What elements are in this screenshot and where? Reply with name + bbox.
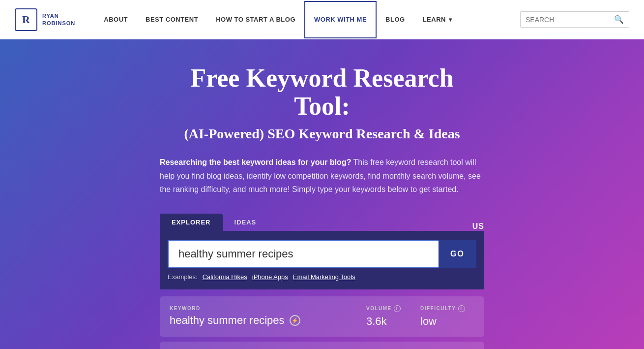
example-email-marketing-tools[interactable]: Email Marketing Tools (293, 273, 355, 281)
example-california-hikes[interactable]: California Hikes (203, 273, 247, 281)
keyword-label-0: KEYWORD (170, 306, 366, 311)
hero-subtitle: (AI-Powered) SEO Keyword Research & Idea… (160, 126, 484, 142)
keyword-input[interactable] (168, 240, 439, 268)
examples-label: Examples: (168, 273, 198, 281)
tabs: EXPLORER IDEAS (160, 214, 268, 231)
volume-info-icon-0[interactable]: i (394, 305, 401, 312)
hero-title: Free Keyword Research Tool: (160, 64, 484, 120)
result-keyword-0: healthy summer recipes ⚡ (170, 314, 366, 327)
keyword-search-container: GO Examples: California Hikes iPhone App… (160, 231, 484, 289)
header-search-input[interactable] (526, 16, 614, 24)
difficulty-info-icon-0[interactable]: i (458, 305, 465, 312)
keyword-search-row: GO (168, 240, 476, 268)
result-keyword-section-0: KEYWORD healthy summer recipes ⚡ (170, 306, 366, 327)
nav-item-how-to-start-blog[interactable]: HOW TO START A BLOG (207, 0, 304, 39)
nav-item-work-with-me[interactable]: WORK WITH ME (304, 1, 377, 38)
logo-icon: R (15, 8, 37, 31)
result-difficulty-0: DIFFICULTY i low (420, 305, 474, 328)
main-nav: ABOUT BEST CONTENT HOW TO START A BLOG W… (95, 0, 520, 39)
nav-item-learn[interactable]: LEARN (414, 0, 461, 39)
region-selector[interactable]: US (472, 222, 484, 231)
header-search-bar: 🔍 (520, 11, 629, 28)
header-search-button[interactable]: 🔍 (614, 15, 624, 24)
nav-item-blog[interactable]: BLOG (377, 0, 414, 39)
header: R RYAN ROBINSON ABOUT BEST CONTENT HOW T… (0, 0, 644, 39)
examples-row: Examples: California Hikes iPhone Apps E… (168, 273, 476, 281)
result-volume-0: VOLUME i 3.6k (366, 305, 420, 328)
result-card-1: KEYWORD summer recipes vegetarian ⚡ VOLU… (160, 342, 484, 349)
keyword-icon-0[interactable]: ⚡ (290, 315, 300, 326)
chevron-down-icon (448, 16, 452, 23)
tabs-row: EXPLORER IDEAS US (160, 214, 484, 231)
result-card-0: KEYWORD healthy summer recipes ⚡ VOLUME … (160, 296, 484, 337)
tab-explorer[interactable]: EXPLORER (160, 214, 223, 231)
volume-value-0: 3.6k (366, 315, 420, 328)
logo-text: RYAN ROBINSON (42, 12, 75, 27)
logo[interactable]: R RYAN ROBINSON (15, 8, 75, 31)
difficulty-value-0: low (420, 315, 474, 328)
main-content: Free Keyword Research Tool: (AI-Powered)… (0, 39, 644, 349)
nav-item-best-content[interactable]: BEST CONTENT (137, 0, 207, 39)
search-icon: 🔍 (614, 15, 624, 24)
nav-item-about[interactable]: ABOUT (95, 0, 137, 39)
example-iphone-apps[interactable]: iPhone Apps (252, 273, 288, 281)
go-button[interactable]: GO (439, 240, 476, 268)
hero-description: Researching the best keyword ideas for y… (160, 156, 484, 196)
tab-ideas[interactable]: IDEAS (223, 214, 268, 231)
